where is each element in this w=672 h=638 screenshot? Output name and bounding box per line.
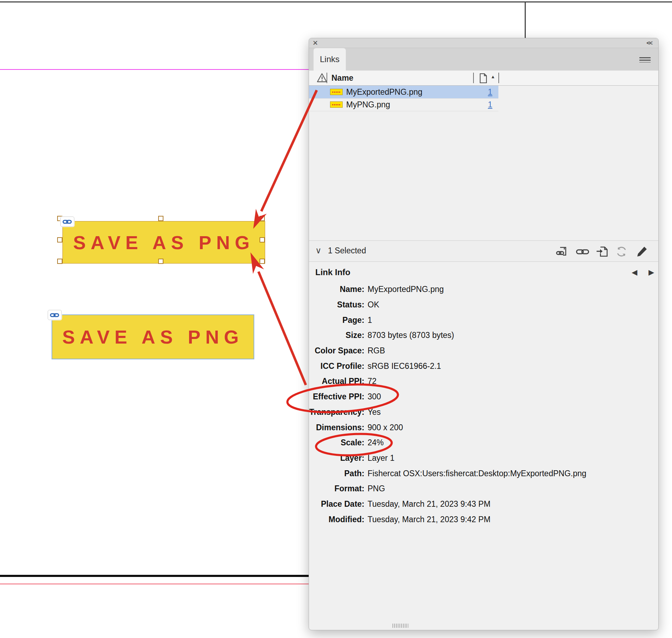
panel-menu-icon[interactable] <box>639 57 651 62</box>
link-info-row: Name:MyExportedPNG.png <box>309 282 658 297</box>
field-value: 72 <box>368 377 377 386</box>
next-link-icon[interactable]: ▶ <box>649 268 654 277</box>
field-value: MyExportedPNG.png <box>368 285 444 294</box>
column-separator <box>327 73 327 83</box>
screenshot-stage: SAVE AS PNG SAVE AS PNG ✕ << Links <box>0 0 672 638</box>
field-label: Place Date: <box>309 499 364 509</box>
link-info-row: Format:PNG <box>309 481 658 497</box>
column-name-label[interactable]: Name <box>331 73 354 83</box>
selection-handle[interactable] <box>158 259 163 264</box>
link-info-row: Path:Fishercat OSX:Users:fishercat:Deskt… <box>309 466 658 481</box>
edit-original-button[interactable] <box>634 244 649 259</box>
go-to-link-button[interactable] <box>595 244 610 259</box>
warning-icon <box>317 73 327 83</box>
link-file-name[interactable]: MyPNG.png <box>346 100 390 109</box>
link-info-row: Dimensions:900 x 200 <box>309 420 658 435</box>
selected-status-bar: ∨ 1 Selected <box>309 240 658 262</box>
link-info-row: Size:8703 bytes (8703 bytes) <box>309 328 658 343</box>
link-info-row: Color Space:RGB <box>309 343 658 359</box>
link-info-fields: Name:MyExportedPNG.pngStatus:OKPage:1Siz… <box>309 282 658 527</box>
link-info-header: Link Info ◀ ▶ <box>309 262 658 283</box>
selection-handle[interactable] <box>57 259 62 264</box>
annotation-arrow-top <box>250 90 317 229</box>
field-value: OK <box>368 300 379 310</box>
field-label: Scale: <box>309 438 364 447</box>
relink-button[interactable] <box>575 244 590 259</box>
margin-guide-bottom <box>0 584 309 584</box>
field-label: Status: <box>309 300 364 310</box>
chevron-down-icon[interactable]: ∨ <box>315 246 322 255</box>
tab-links[interactable]: Links <box>314 48 346 71</box>
placed-image-bottom[interactable]: SAVE AS PNG <box>52 314 254 359</box>
field-label: Format: <box>309 484 364 493</box>
field-value: 1 <box>368 315 372 325</box>
links-table-row[interactable]: MyExportedPNG.png1 <box>309 86 498 98</box>
update-link-button[interactable] <box>614 244 629 259</box>
link-badge[interactable] <box>48 310 62 320</box>
placed-image-top[interactable]: SAVE AS PNG <box>62 221 265 264</box>
links-column-header: Name ▲ <box>309 71 658 86</box>
link-info-row: Scale:24% <box>309 435 658 451</box>
selection-handle[interactable] <box>260 259 265 264</box>
field-label: Color Space: <box>309 346 364 355</box>
field-label: Path: <box>309 469 364 478</box>
link-page-number[interactable]: 1 <box>488 87 492 97</box>
row-divider <box>309 111 498 111</box>
placed-image-top-text: SAVE AS PNG <box>73 232 254 253</box>
field-label: Actual PPI: <box>309 377 364 386</box>
field-value: 300 <box>368 392 381 401</box>
link-page-number[interactable]: 1 <box>488 100 492 109</box>
collapse-panel-icon[interactable]: << <box>646 39 652 47</box>
link-thumbnail <box>330 89 343 95</box>
column-separator <box>473 73 474 83</box>
selection-handle[interactable] <box>260 216 265 221</box>
panel-resize-grip[interactable] <box>392 624 409 628</box>
page-edge-bottom <box>0 575 309 577</box>
field-label: Effective PPI: <box>309 392 364 401</box>
placed-image-bottom-text: SAVE AS PNG <box>62 326 243 348</box>
field-value: 8703 bytes (8703 bytes) <box>368 331 454 340</box>
field-value: RGB <box>368 346 385 355</box>
chain-link-icon <box>62 219 72 225</box>
link-file-name[interactable]: MyExportedPNG.png <box>346 87 422 97</box>
field-value: Yes <box>368 407 381 417</box>
links-table-row[interactable]: MyPNG.png1 <box>309 98 498 111</box>
column-separator <box>498 73 499 83</box>
sort-ascending-icon[interactable]: ▲ <box>491 74 495 79</box>
link-info-title: Link Info <box>315 267 350 277</box>
field-value: PNG <box>368 484 385 493</box>
link-info-row: Place Date:Tuesday, March 21, 2023 9:43 … <box>309 497 658 512</box>
link-info-row: Layer:Layer 1 <box>309 451 658 466</box>
link-info-row: Actual PPI:72 <box>309 374 658 389</box>
close-icon[interactable]: ✕ <box>313 39 318 47</box>
link-info-row: Status:OK <box>309 297 658 313</box>
field-label: Dimensions: <box>309 423 364 432</box>
relink-from-cc-button[interactable] <box>555 244 570 259</box>
field-value: Tuesday, March 21, 2023 9:43 PM <box>368 499 490 509</box>
field-label: Modified: <box>309 515 364 524</box>
link-thumbnail <box>330 101 343 108</box>
field-label: ICC Profile: <box>309 361 364 371</box>
link-info-row: Page:1 <box>309 312 658 328</box>
link-badge[interactable] <box>60 217 74 227</box>
panel-title-strip: ✕ << <box>309 38 658 48</box>
page-column-icon[interactable] <box>479 73 488 84</box>
selection-handle[interactable] <box>57 237 62 242</box>
link-info-row: Modified:Tuesday, March 21, 2023 9:42 PM <box>309 512 658 527</box>
field-label: Size: <box>309 331 364 340</box>
field-value: Layer 1 <box>368 453 395 463</box>
selection-handle[interactable] <box>260 237 265 242</box>
page-edge-top <box>0 1 672 2</box>
field-value: sRGB IEC61966-2.1 <box>368 361 441 371</box>
previous-link-icon[interactable]: ◀ <box>632 268 637 277</box>
field-value: 900 x 200 <box>368 423 403 432</box>
chain-link-icon <box>50 312 60 318</box>
panel-tab-bar: Links <box>309 48 658 71</box>
link-info-row: Effective PPI:300 <box>309 389 658 405</box>
links-row-list: MyExportedPNG.png1MyPNG.png1 <box>309 86 658 114</box>
field-value: 24% <box>368 438 384 447</box>
field-label: Page: <box>309 315 364 325</box>
page-edge-right <box>525 1 526 39</box>
link-info-row: Transparency:Yes <box>309 405 658 420</box>
selection-handle[interactable] <box>158 216 163 221</box>
